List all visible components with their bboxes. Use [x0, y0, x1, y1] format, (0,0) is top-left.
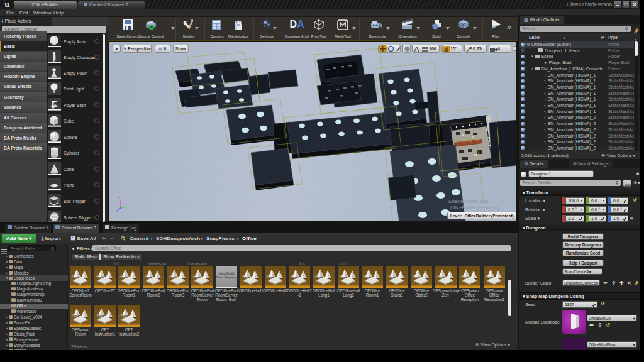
svg-text:z: z [118, 196, 120, 200]
